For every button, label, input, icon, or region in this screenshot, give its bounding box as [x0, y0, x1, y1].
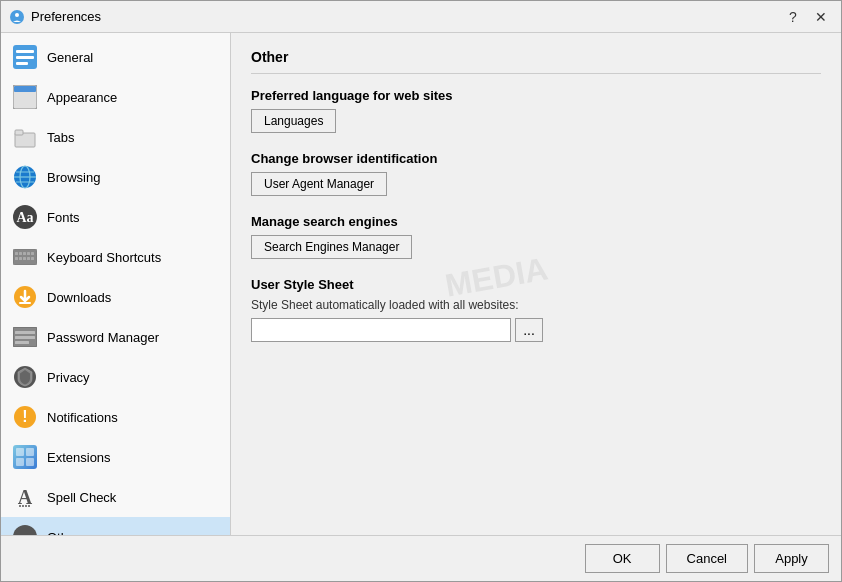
- sidebar-spellcheck-label: Spell Check: [47, 490, 116, 505]
- search-engines-manager-button[interactable]: Search Engines Manager: [251, 235, 412, 259]
- svg-rect-20: [23, 252, 26, 255]
- sidebar-privacy-label: Privacy: [47, 370, 90, 385]
- browsing-icon: [13, 165, 37, 189]
- svg-rect-41: [26, 458, 34, 466]
- svg-text:Aa: Aa: [16, 210, 33, 225]
- browse-button[interactable]: ...: [515, 318, 543, 342]
- stylesheet-input[interactable]: [251, 318, 511, 342]
- stylesheet-row: ...: [251, 318, 821, 342]
- sidebar-tabs-label: Tabs: [47, 130, 74, 145]
- svg-point-44: [13, 525, 37, 535]
- privacy-icon: [13, 365, 37, 389]
- svg-rect-4: [16, 56, 34, 59]
- svg-rect-23: [15, 257, 18, 260]
- appearance-icon: [13, 85, 37, 109]
- sidebar-item-keyboard[interactable]: Keyboard Shortcuts: [1, 237, 230, 277]
- footer: OK Cancel Apply: [1, 535, 841, 581]
- svg-rect-21: [27, 252, 30, 255]
- titlebar-controls: ? ✕: [781, 5, 833, 29]
- apply-button[interactable]: Apply: [754, 544, 829, 573]
- sidebar-item-appearance[interactable]: Appearance: [1, 77, 230, 117]
- keyboard-icon: [13, 245, 37, 269]
- svg-point-1: [15, 13, 19, 17]
- stylesheet-sub-label: Style Sheet automatically loaded with al…: [251, 298, 821, 312]
- notifications-icon: !: [13, 405, 37, 429]
- extensions-icon: [13, 445, 37, 469]
- svg-rect-27: [31, 257, 34, 260]
- help-button[interactable]: ?: [781, 5, 805, 29]
- panel-title: Other: [251, 49, 821, 74]
- sidebar-item-browsing[interactable]: Browsing: [1, 157, 230, 197]
- browser-identification-label: Change browser identification: [251, 151, 821, 166]
- sidebar-item-password-manager[interactable]: Password Manager: [1, 317, 230, 357]
- svg-text:!: !: [22, 408, 27, 425]
- password-manager-icon: [13, 325, 37, 349]
- general-icon: [13, 45, 37, 69]
- svg-rect-33: [15, 341, 29, 344]
- preferences-window: Preferences ? ✕ General: [0, 0, 842, 582]
- svg-rect-32: [15, 336, 35, 339]
- sidebar-notifications-label: Notifications: [47, 410, 118, 425]
- svg-rect-39: [26, 448, 34, 456]
- content-area: General Appearance Tab: [1, 33, 841, 535]
- sidebar-appearance-label: Appearance: [47, 90, 117, 105]
- svg-rect-9: [15, 130, 23, 135]
- svg-rect-31: [15, 331, 35, 334]
- svg-rect-7: [14, 86, 36, 92]
- sidebar-item-spell-check[interactable]: A Spell Check: [1, 477, 230, 517]
- other-icon: [13, 525, 37, 535]
- svg-text:A: A: [18, 486, 33, 508]
- svg-rect-25: [23, 257, 26, 260]
- sidebar-browsing-label: Browsing: [47, 170, 100, 185]
- sidebar-fonts-label: Fonts: [47, 210, 80, 225]
- spellcheck-icon: A: [13, 485, 37, 509]
- sidebar-item-fonts[interactable]: Aa Fonts: [1, 197, 230, 237]
- svg-rect-18: [15, 252, 18, 255]
- sidebar-keyboard-label: Keyboard Shortcuts: [47, 250, 161, 265]
- svg-rect-24: [19, 257, 22, 260]
- svg-rect-38: [16, 448, 24, 456]
- sidebar: General Appearance Tab: [1, 33, 231, 535]
- user-style-sheet-label: User Style Sheet: [251, 277, 821, 292]
- cancel-button[interactable]: Cancel: [666, 544, 748, 573]
- app-icon: [9, 9, 25, 25]
- svg-rect-5: [16, 62, 28, 65]
- fonts-icon: Aa: [13, 205, 37, 229]
- downloads-icon: [13, 285, 37, 309]
- ok-button[interactable]: OK: [585, 544, 660, 573]
- sidebar-password-label: Password Manager: [47, 330, 159, 345]
- sidebar-general-label: General: [47, 50, 93, 65]
- sidebar-item-notifications[interactable]: ! Notifications: [1, 397, 230, 437]
- svg-rect-19: [19, 252, 22, 255]
- svg-rect-26: [27, 257, 30, 260]
- sidebar-downloads-label: Downloads: [47, 290, 111, 305]
- sidebar-item-privacy[interactable]: Privacy: [1, 357, 230, 397]
- sidebar-item-extensions[interactable]: Extensions: [1, 437, 230, 477]
- close-button[interactable]: ✕: [809, 5, 833, 29]
- languages-button[interactable]: Languages: [251, 109, 336, 133]
- svg-rect-22: [31, 252, 34, 255]
- search-engines-label: Manage search engines: [251, 214, 821, 229]
- sidebar-item-tabs[interactable]: Tabs: [1, 117, 230, 157]
- main-panel: Other Preferred language for web sites L…: [231, 33, 841, 535]
- titlebar: Preferences ? ✕: [1, 1, 841, 33]
- preferred-language-label: Preferred language for web sites: [251, 88, 821, 103]
- sidebar-item-downloads[interactable]: Downloads: [1, 277, 230, 317]
- tabs-icon: [13, 125, 37, 149]
- sidebar-item-general[interactable]: General: [1, 37, 230, 77]
- svg-rect-3: [16, 50, 34, 53]
- sidebar-extensions-label: Extensions: [47, 450, 111, 465]
- sidebar-item-other[interactable]: Other: [1, 517, 230, 535]
- svg-rect-40: [16, 458, 24, 466]
- titlebar-left: Preferences: [9, 9, 101, 25]
- window-title: Preferences: [31, 9, 101, 24]
- user-agent-manager-button[interactable]: User Agent Manager: [251, 172, 387, 196]
